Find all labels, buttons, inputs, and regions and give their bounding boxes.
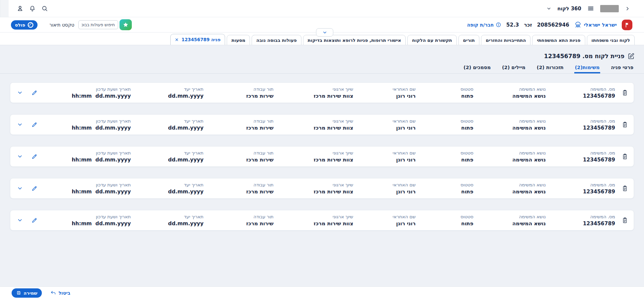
search-icon[interactable] — [41, 5, 48, 12]
task-number-value: 123456789 — [546, 93, 615, 99]
task-edit-button[interactable] — [30, 121, 39, 128]
task-updated-value: hh:mm dd.mm.yyyy — [53, 157, 131, 163]
task-col-queue: תור עבודה שירות מרכז — [203, 118, 274, 131]
tab-customer-and-family[interactable]: לקוח ובני משפחתו — [587, 35, 635, 45]
task-subject-label: נושא המשימה — [473, 150, 546, 155]
task-owner-value: רוני רונן — [353, 189, 416, 195]
task-expand-button[interactable] — [16, 122, 24, 128]
tab-family-unit-inquiries[interactable]: פניות התא המשפחתי — [532, 35, 585, 45]
app-switcher-label[interactable]: 360 לקוח — [557, 6, 581, 12]
task-expand-button[interactable] — [16, 217, 24, 223]
tabbar-collapse-button[interactable] — [316, 28, 333, 37]
actions-search-input[interactable] — [78, 20, 118, 29]
task-edit-button[interactable] — [30, 185, 39, 192]
task-row: מס. המשימה 123456789 נושא המשימה נושא המ… — [10, 146, 634, 167]
task-queue-label: תור עבודה — [203, 150, 274, 155]
task-col-subject: נושא המשימה נושא המשימה — [473, 86, 546, 99]
task-subject-value: נושא המשימה — [473, 125, 546, 131]
task-expand-button[interactable] — [16, 90, 24, 96]
tab-label: מסעות — [231, 38, 245, 43]
task-edit-button[interactable] — [30, 217, 39, 224]
task-edit-button[interactable] — [30, 89, 39, 96]
task-col-subject: נושא המשימה נושא המשימה — [473, 118, 546, 131]
tab-journeys[interactable]: מסעות — [227, 35, 250, 45]
task-expand-button[interactable] — [16, 153, 24, 159]
task-queue-value: שירות מרכז — [203, 189, 274, 195]
tab-inquiry-123456789[interactable]: פניה 123456789 — [170, 34, 225, 45]
member-id-value: 208562946 — [537, 22, 569, 28]
tab-commitments-refunds[interactable]: התחייבויות והחזרים — [481, 35, 530, 45]
task-due-date-label: תאריך יעד — [131, 150, 203, 155]
task-due-date-value: dd.mm.yyyy — [131, 93, 203, 99]
task-org-label: שיוך ארגוני — [274, 214, 353, 219]
flag-icon — [624, 22, 630, 28]
task-due-date-label: תאריך יעד — [131, 182, 203, 187]
task-col-owner: שם האחראי רוני רונן — [353, 214, 416, 227]
task-owner-label: שם האחראי — [353, 118, 416, 124]
task-row: מס. המשימה 123456789 נושא המשימה נושא המ… — [10, 178, 634, 199]
task-col-owner: שם האחראי רוני רונן — [353, 150, 416, 163]
task-queue-label: תור עבודה — [203, 214, 274, 219]
redacted-user-box[interactable] — [600, 5, 619, 12]
save-button[interactable]: שמירה — [12, 288, 42, 298]
chevron-right-icon[interactable] — [625, 6, 630, 11]
globe-icon — [28, 22, 34, 28]
subtab-inquiry-details[interactable]: פרטי פניה — [610, 65, 634, 73]
info-icon[interactable] — [496, 22, 501, 28]
alert-flag-badge[interactable] — [622, 20, 632, 30]
close-icon[interactable] — [175, 38, 179, 42]
member-type-label: חבר/ת קופה — [467, 22, 494, 28]
notifications-icon[interactable] — [29, 5, 36, 12]
subtab-tasks[interactable]: משימות(2) — [574, 65, 601, 73]
task-number-label: מס. המשימה — [546, 214, 615, 219]
task-due-date-value: dd.mm.yyyy — [131, 189, 203, 195]
edit-document-icon[interactable] — [627, 52, 635, 60]
subtab-reminders[interactable]: תזכורות (2) — [536, 65, 564, 73]
task-list: מס. המשימה 123456789 נושא המשימה נושא המ… — [0, 74, 644, 231]
top-app-bar: 360 לקוח — [0, 0, 644, 17]
pulse-button[interactable]: פולס — [11, 20, 38, 30]
task-clipboard-icon[interactable] — [615, 121, 628, 128]
task-col-queue: תור עבודה שירות מרכז — [203, 150, 274, 163]
member-age-value: 52.3 — [506, 22, 519, 28]
member-gender-value: זכר — [524, 22, 532, 28]
task-number-label: מס. המשימה — [546, 118, 615, 124]
task-col-status: סטטוס פתוח — [416, 86, 473, 99]
task-edit-button[interactable] — [30, 153, 39, 160]
task-status-value: פתוח — [416, 157, 473, 163]
task-col-due-date: תאריך יעד dd.mm.yyyy — [131, 214, 203, 227]
cancel-button[interactable]: ביטול — [50, 290, 70, 296]
collapsed-side-rail[interactable] — [0, 0, 9, 17]
member-name-link[interactable]: ישראל ישראלי — [574, 21, 617, 29]
tab-bossa-nova-actions[interactable]: פעולות בבוסה נובה — [252, 35, 301, 45]
member-type-group[interactable]: חבר/ת קופה — [467, 22, 501, 28]
subtab-emails[interactable]: מיילים (2) — [501, 65, 526, 73]
favorites-star-badge[interactable] — [120, 19, 132, 30]
task-due-date-label: תאריך יעד — [131, 86, 203, 92]
task-col-number: מס. המשימה 123456789 — [546, 86, 615, 99]
profile-icon[interactable] — [17, 5, 24, 12]
tab-label: פניה 123456789 — [182, 37, 221, 42]
task-queue-value: שירות מרכז — [203, 93, 274, 99]
star-icon — [122, 22, 129, 28]
toolbar-left-group: פולס טקסט תיאור — [11, 17, 132, 32]
pulse-button-label: פולס — [15, 22, 25, 28]
task-owner-value: רוני רונן — [353, 125, 416, 131]
task-updated-label: תאריך ושעת עדכון — [53, 86, 131, 92]
task-number-value: 123456789 — [546, 157, 615, 163]
task-col-subject: נושא המשימה נושא המשימה — [473, 182, 546, 195]
task-clipboard-icon[interactable] — [615, 89, 628, 96]
task-org-label: שיוך ארגוני — [274, 86, 353, 92]
subtab-documents[interactable]: מסמכים (2) — [463, 65, 491, 73]
app-switcher-chevron-down-icon[interactable] — [546, 6, 551, 11]
menu-hamburger-icon[interactable] — [587, 5, 594, 12]
tab-appointments[interactable]: תורים — [458, 35, 479, 45]
task-queue-label: תור עבודה — [203, 118, 274, 124]
task-col-queue: תור עבודה שירות מרכז — [203, 214, 274, 227]
task-status-label: סטטוס — [416, 118, 473, 124]
tab-customer-communication[interactable]: תקשורת עם הלקוח — [407, 35, 456, 45]
task-clipboard-icon[interactable] — [615, 185, 628, 192]
task-clipboard-icon[interactable] — [615, 153, 628, 160]
task-clipboard-icon[interactable] — [615, 217, 628, 224]
task-expand-button[interactable] — [16, 185, 24, 191]
